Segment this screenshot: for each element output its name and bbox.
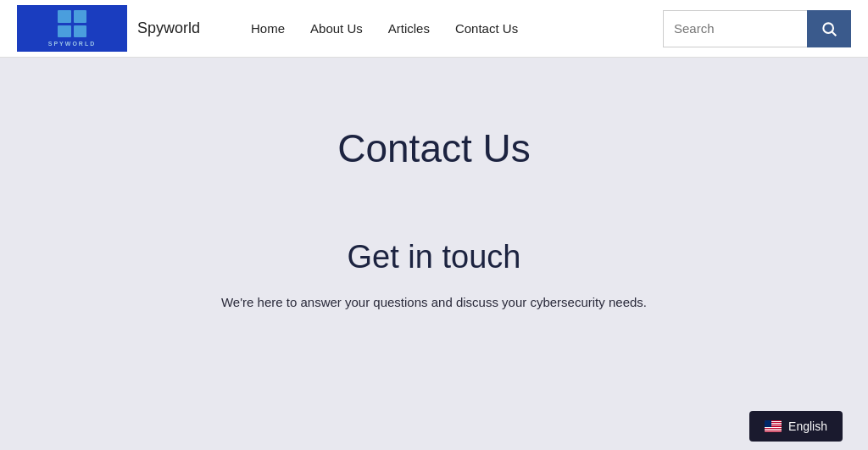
flag-icon — [765, 420, 782, 432]
search-input[interactable] — [663, 10, 807, 47]
logo-container[interactable]: SPYWORLD Spyworld — [17, 5, 200, 52]
logo-grid — [58, 10, 86, 37]
logo-cell-1 — [58, 10, 71, 23]
nav-contact[interactable]: Contact Us — [455, 21, 518, 36]
search-button[interactable] — [807, 10, 851, 47]
logo-small-text: SPYWORLD — [48, 41, 96, 47]
site-header: SPYWORLD Spyworld Home About Us Articles… — [0, 0, 868, 58]
nav-about[interactable]: About Us — [310, 21, 363, 36]
section-desc: We're here to answer your questions and … — [221, 292, 647, 313]
logo-cell-4 — [74, 25, 87, 38]
nav-articles[interactable]: Articles — [388, 21, 430, 36]
search-container — [663, 10, 851, 47]
main-content: Contact Us Get in touch We're here to an… — [0, 58, 868, 313]
language-label: English — [788, 419, 827, 433]
language-switcher[interactable]: English — [749, 411, 843, 442]
page-title: Contact Us — [337, 125, 531, 171]
main-nav: Home About Us Articles Contact Us — [251, 21, 663, 36]
section-title: Get in touch — [348, 239, 521, 275]
logo-cell-3 — [58, 25, 71, 38]
search-icon — [821, 20, 837, 37]
svg-point-0 — [823, 23, 833, 33]
nav-home[interactable]: Home — [251, 21, 285, 36]
site-name: Spyworld — [137, 19, 200, 37]
svg-line-1 — [832, 31, 837, 36]
logo-cell-2 — [74, 10, 87, 23]
logo-box: SPYWORLD — [17, 5, 127, 52]
